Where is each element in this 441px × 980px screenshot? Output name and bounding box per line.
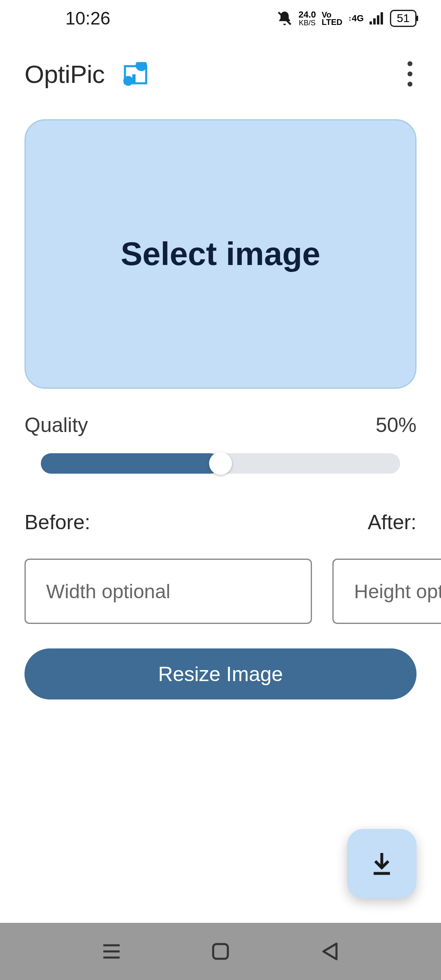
volte-indicator: Vo LTED xyxy=(322,11,343,26)
nav-recent-button[interactable] xyxy=(99,939,124,964)
network-speed: 24.0 KB/S xyxy=(298,10,316,27)
hamburger-icon xyxy=(101,943,122,960)
download-icon xyxy=(370,851,394,877)
svg-rect-8 xyxy=(132,74,136,82)
svg-rect-3 xyxy=(377,16,379,25)
svg-rect-1 xyxy=(370,22,372,25)
resize-button[interactable]: Resize Image xyxy=(24,648,416,699)
before-label: Before: xyxy=(24,510,90,534)
size-row: Before: After: xyxy=(24,510,416,534)
app-bar: OptiPic xyxy=(0,37,441,107)
quality-row: Quality 50% xyxy=(24,413,416,437)
svg-rect-4 xyxy=(381,12,383,24)
quality-slider[interactable] xyxy=(41,453,400,474)
status-bar: 10:26 24.0 KB/S Vo LTED ↕4G 51 xyxy=(0,0,441,37)
navigation-bar xyxy=(0,923,441,980)
signal-icon xyxy=(370,12,384,25)
quality-slider-fill xyxy=(41,453,220,474)
quality-label: Quality xyxy=(24,413,88,437)
quality-slider-wrap xyxy=(24,453,416,474)
quality-slider-thumb[interactable] xyxy=(209,452,232,475)
download-fab[interactable] xyxy=(347,829,416,898)
svg-point-7 xyxy=(123,76,133,86)
app-logo-icon xyxy=(121,62,150,86)
height-input[interactable] xyxy=(332,559,441,624)
app-title: OptiPic xyxy=(24,60,105,89)
notifications-muted-icon xyxy=(276,10,293,27)
svg-marker-15 xyxy=(323,944,336,959)
app-title-wrap: OptiPic xyxy=(24,60,150,89)
width-input[interactable] xyxy=(24,559,312,624)
status-time: 10:26 xyxy=(65,8,110,29)
select-image-area[interactable]: Select image xyxy=(24,119,416,389)
status-right: 24.0 KB/S Vo LTED ↕4G 51 xyxy=(276,10,416,27)
battery-indicator: 51 xyxy=(390,10,416,27)
after-label: After: xyxy=(368,510,416,534)
dimension-inputs xyxy=(24,559,416,624)
square-icon xyxy=(212,943,229,960)
select-image-label: Select image xyxy=(120,235,320,273)
quality-value: 50% xyxy=(376,413,416,437)
network-4g: ↕4G xyxy=(348,13,363,24)
triangle-back-icon xyxy=(321,942,338,961)
more-options-button[interactable] xyxy=(403,57,416,91)
nav-back-button[interactable] xyxy=(317,939,342,964)
nav-home-button[interactable] xyxy=(208,939,233,964)
svg-rect-2 xyxy=(373,18,376,24)
svg-rect-14 xyxy=(213,944,228,959)
main-content: Select image Quality 50% Before: After: … xyxy=(0,107,441,699)
